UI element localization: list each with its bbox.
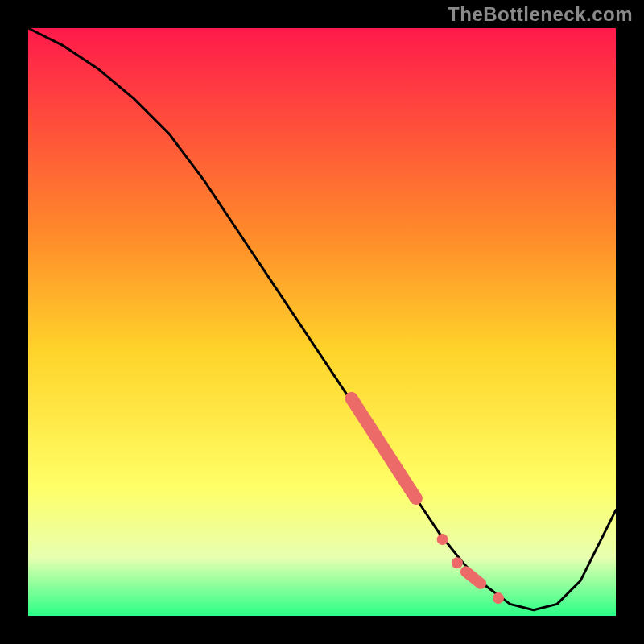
watermark-label: TheBottleneck.com <box>448 3 633 26</box>
highlight-dot <box>493 592 504 604</box>
highlight-dot <box>452 557 463 568</box>
chart-stage: TheBottleneck.com <box>0 0 644 644</box>
highlight-dot <box>437 534 448 545</box>
plot-area <box>28 28 616 616</box>
bottleneck-chart <box>0 0 644 644</box>
